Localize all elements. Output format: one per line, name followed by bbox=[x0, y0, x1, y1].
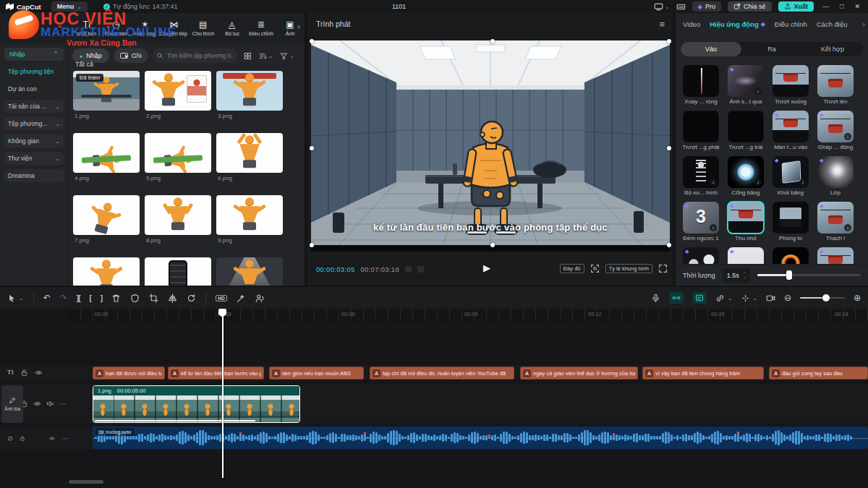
hd-enhance-button[interactable]: HD bbox=[216, 295, 226, 301]
trim-right-button[interactable]: ] bbox=[101, 294, 102, 302]
cover-edit-button[interactable]: Ảnh bìa bbox=[1, 385, 23, 423]
player-menu-icon[interactable]: ≡ bbox=[659, 19, 665, 30]
effect-item[interactable]: ◆ ↓ Phóng to bbox=[770, 202, 812, 247]
sidebar-item[interactable]: Dự án con ⌄ bbox=[4, 82, 64, 95]
subtitle-clip[interactable]: A đầu gối cong tay sau đầu bbox=[769, 367, 868, 380]
frame-step-back-button[interactable] bbox=[405, 266, 412, 273]
duration-slider[interactable] bbox=[757, 274, 861, 276]
media-item[interactable]: Đã thêm bbox=[145, 257, 211, 286]
effect-item[interactable]: ◆ ↓ bbox=[814, 247, 856, 264]
eye-icon[interactable] bbox=[33, 400, 41, 408]
effect-item[interactable]: ◆ ↓ Khối băng bbox=[770, 156, 812, 202]
media-item[interactable]: Đã thêm 2.png bbox=[145, 71, 211, 129]
media-item[interactable]: Đã thêm bbox=[73, 257, 140, 286]
effects-panel-tab[interactable]: Cách điệu ◆ bbox=[817, 20, 848, 28]
more-options-icon[interactable]: ⋯ bbox=[61, 435, 69, 442]
media-item[interactable]: Đã thêm 8.png bbox=[145, 195, 211, 253]
sidebar-item[interactable]: Tài sản của ... ⌄ bbox=[4, 100, 64, 113]
mute-icon[interactable] bbox=[49, 435, 55, 442]
effects-panel-tab[interactable]: Hiệu ứng động ◆ bbox=[710, 20, 765, 28]
subtitle-clip[interactable]: A tạp chí đã nói điều đó, huấn luyện viê… bbox=[370, 367, 514, 380]
selection-handle[interactable] bbox=[667, 146, 671, 150]
share-button[interactable]: Chia sẻ bbox=[728, 1, 772, 12]
ribbon-tab[interactable]: ≣ Điều chỉnh bbox=[247, 20, 276, 37]
sidebar-item[interactable]: Tệp phương... ⌄ bbox=[4, 117, 64, 130]
ribbon-tab[interactable]: TI Văn bản bbox=[72, 20, 101, 37]
media-item[interactable]: Đã thêm bbox=[216, 257, 283, 286]
mute-icon[interactable] bbox=[46, 400, 54, 408]
effects-group-tab[interactable]: Vào bbox=[681, 42, 741, 56]
link-clips-button[interactable]: ⌄ bbox=[715, 294, 732, 303]
subtitle-clip[interactable]: A làm giòn nếu bạn muốn ABS bbox=[269, 367, 364, 380]
tabs-more-icon[interactable]: › bbox=[862, 20, 865, 28]
lock-icon[interactable] bbox=[20, 435, 25, 442]
subtitle-clip[interactable]: A ngay cả giáo viên thể dục ở trường của… bbox=[520, 367, 638, 380]
ribbon-more-icon[interactable]: › bbox=[297, 22, 300, 32]
pro-button[interactable]: ◆ Pro bbox=[692, 1, 721, 12]
frame-step-forward-button[interactable] bbox=[417, 266, 424, 273]
play-button[interactable]: ▶ bbox=[483, 262, 490, 273]
zoom-out-button[interactable]: ⊖ bbox=[784, 293, 791, 303]
selection-handle[interactable] bbox=[667, 243, 671, 247]
effect-item[interactable]: ◆ ↓ Trượt ...g trái bbox=[725, 111, 767, 156]
effect-item[interactable]: ◆ ↓ Xoay ... rộng bbox=[680, 65, 722, 111]
media-item[interactable]: Đã thêm 7.png bbox=[73, 195, 140, 253]
focus-frame-icon[interactable] bbox=[590, 264, 600, 273]
effect-item[interactable]: ◆ ↓ Trượt xuống bbox=[770, 65, 812, 111]
video-clip[interactable]: 1.png 00:00:05:00 bbox=[93, 385, 300, 423]
crop-button[interactable] bbox=[149, 294, 158, 303]
keyboard-shortcuts-icon[interactable] bbox=[676, 2, 686, 12]
sidebar-item[interactable]: Dreamina ⌄ bbox=[4, 169, 64, 182]
effect-item[interactable]: ◆ ↓ Thạch ! bbox=[814, 202, 856, 247]
ungroup-button[interactable]: ⌄ bbox=[741, 294, 757, 303]
delete-button[interactable] bbox=[111, 294, 121, 303]
aspect-ratio-button[interactable]: Tỷ lệ khung hình bbox=[605, 264, 652, 273]
playhead[interactable] bbox=[222, 309, 224, 478]
minimize-button[interactable]: — bbox=[820, 3, 831, 10]
undo-button[interactable]: ↶ bbox=[43, 293, 51, 303]
mirror-button[interactable] bbox=[168, 294, 177, 303]
timeline-scrollbar[interactable] bbox=[69, 480, 103, 484]
zoom-in-button[interactable]: ⊕ bbox=[854, 293, 861, 303]
media-item[interactable]: Đã thêm 9.png bbox=[216, 195, 283, 253]
select-tool-button[interactable]: ⌄ bbox=[7, 294, 24, 303]
microphone-icon[interactable] bbox=[651, 294, 660, 303]
layout-monitor-icon[interactable]: ⌄ bbox=[654, 2, 670, 12]
subtitle-clip[interactable]: A vì vậy bạn đã làm chúng hàng trăm bbox=[642, 367, 764, 380]
selection-handle[interactable] bbox=[310, 243, 314, 247]
auto-link-toggle[interactable] bbox=[669, 292, 684, 304]
effects-panel-tab[interactable]: Điều chỉnh ◆ bbox=[775, 20, 807, 28]
selection-handle[interactable] bbox=[310, 146, 314, 150]
close-button[interactable]: ✕ bbox=[852, 3, 862, 10]
audio-clip[interactable]: tải xuống.wav bbox=[93, 427, 868, 449]
redo-button[interactable]: ↷ bbox=[60, 293, 67, 303]
mask-button[interactable] bbox=[130, 294, 140, 303]
sidebar-item[interactable]: Thư viện ⌄ bbox=[4, 152, 64, 165]
media-item[interactable]: Đã thêm 4.png bbox=[73, 133, 140, 191]
effect-item[interactable]: ◆ ↓ bbox=[770, 247, 812, 264]
effect-item[interactable]: ◆ ↓ Thu nhỏ bbox=[725, 202, 767, 247]
timeline-zoom-slider[interactable] bbox=[800, 297, 845, 299]
effect-item[interactable]: ◆ ↓ bbox=[680, 247, 722, 264]
screen-record-icon[interactable] bbox=[766, 294, 775, 303]
effect-item[interactable]: ◆ ↓ Màn t...u vào bbox=[770, 111, 812, 156]
effect-item[interactable]: 3 ◆ ↓ Đếm ngược 1 bbox=[680, 202, 722, 247]
subtitle-clip[interactable]: A kể từ lần đầu tiên bạn bước vào phòng … bbox=[168, 367, 264, 380]
rotate-button[interactable] bbox=[187, 294, 196, 303]
more-options-icon[interactable]: ⋯ bbox=[59, 400, 67, 408]
media-filter-label[interactable]: Tất cả bbox=[75, 61, 93, 68]
sidebar-item[interactable]: Không gian ⌄ bbox=[4, 134, 64, 147]
effect-item[interactable]: ◆ ↓ Bộ xư... hình bbox=[680, 156, 722, 202]
fullscreen-icon[interactable] bbox=[658, 264, 668, 273]
sidebar-item[interactable]: Tệp phương tiện ⌄ bbox=[4, 65, 64, 78]
zoom-slider-handle[interactable] bbox=[822, 294, 830, 301]
trim-left-button[interactable]: [ bbox=[90, 294, 91, 302]
lock-icon[interactable] bbox=[20, 369, 28, 377]
media-item[interactable]: Đã thêm 6.png bbox=[216, 133, 283, 191]
effect-item[interactable]: ◆ ↓ Trượt lên bbox=[814, 65, 856, 111]
media-item[interactable]: Đã thêm 1.png bbox=[73, 71, 140, 129]
effect-item[interactable]: ◆ ↓ bbox=[725, 247, 767, 264]
ribbon-tab[interactable]: ◷ Nhãn dán bbox=[101, 20, 130, 37]
duration-stepper[interactable]: 1.5s ⌃⌄ bbox=[723, 268, 751, 283]
magic-wand-button[interactable] bbox=[237, 294, 246, 303]
